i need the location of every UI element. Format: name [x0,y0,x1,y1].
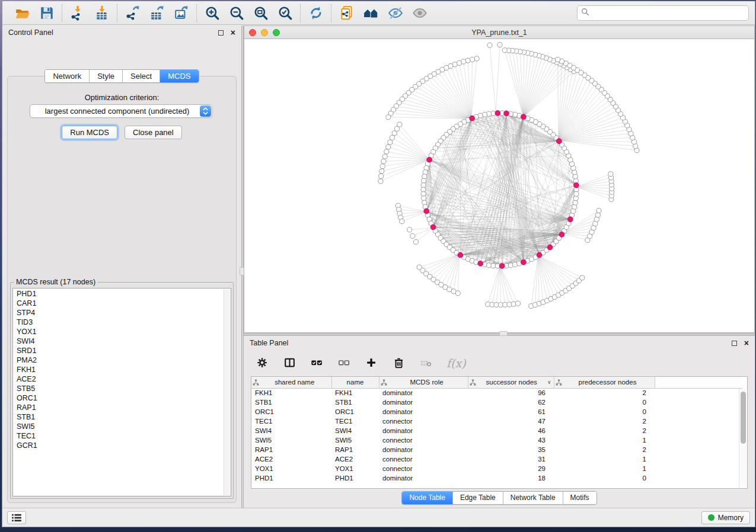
mcds-result-item[interactable]: SWI4 [13,336,231,346]
mcds-result-item[interactable]: GCR1 [13,441,231,450]
mcds-result-list[interactable]: PHD1CAR1STP4TID3YOX1SWI4SRD1PMA2FKH1ACE2… [12,288,231,496]
tab-mcds[interactable]: MCDS [160,70,198,82]
network-node[interactable] [397,122,402,127]
mcds-node[interactable] [521,259,527,265]
mcds-node[interactable] [427,157,432,162]
refresh-icon[interactable] [308,5,324,21]
network-node[interactable] [422,196,426,201]
network-node[interactable] [380,164,385,169]
mcds-result-item[interactable]: FKH1 [13,365,231,374]
table-row[interactable]: YOX1YOX1connector291 [251,464,742,473]
mcds-result-item[interactable]: STB5 [13,384,231,393]
network-node[interactable] [378,179,383,184]
network-node[interactable] [574,191,579,196]
network-node[interactable] [470,57,474,62]
panel-list-button[interactable] [7,511,26,524]
save-icon[interactable] [39,5,55,21]
network-node[interactable] [465,58,470,63]
tab-select[interactable]: Select [123,70,160,82]
import-table-icon[interactable] [94,5,110,21]
network-node[interactable] [513,112,518,117]
open-icon[interactable] [14,5,30,21]
table-row[interactable]: TEC1TEC1connector472 [251,416,742,426]
column-header-shared-name[interactable]: shared name [251,377,331,388]
close-table-panel-icon[interactable]: × [744,339,749,347]
network-overview-icon[interactable] [363,5,379,21]
network-node[interactable] [390,135,394,140]
mcds-node[interactable] [557,139,562,144]
table-row[interactable]: RAP1RAP1dominator352 [251,445,742,454]
mcds-result-item[interactable]: CAR1 [13,299,231,308]
mcds-result-item[interactable]: TEC1 [13,431,231,441]
float-panel-icon[interactable] [218,30,224,36]
mcds-result-item[interactable]: ACE2 [13,374,231,384]
network-node[interactable] [394,126,399,131]
network-node[interactable] [382,154,387,159]
mcds-result-item[interactable]: YOX1 [13,327,231,336]
tab-network-table[interactable]: Network Table [503,492,563,504]
network-node[interactable] [515,301,520,306]
float-table-panel-icon[interactable] [732,341,737,346]
mcds-result-item[interactable]: RAP1 [13,403,231,412]
network-node[interactable] [413,239,418,244]
network-node[interactable] [379,174,384,178]
mcds-result-item[interactable]: ORC1 [13,393,231,403]
table-row[interactable]: PHD1PHD1dominator180 [251,473,742,483]
table-scrollbar-thumb[interactable] [741,392,746,444]
tab-node-table[interactable]: Node Table [402,492,453,504]
network-node[interactable] [608,172,613,177]
mcds-node[interactable] [547,245,553,250]
table-row[interactable]: STB1STB1dominator620 [251,398,742,407]
network-node[interactable] [388,140,393,145]
zoom-in-icon[interactable] [204,5,220,21]
table-row[interactable]: FKH1FKH1dominator962 [251,388,742,398]
column-header-successor-nodes[interactable]: successor nodes∨ [468,377,554,388]
mcds-node[interactable] [478,261,483,266]
deselect-all-icon[interactable] [337,356,352,370]
optimization-criterion-dropdown[interactable]: largest connected component (undirected) [30,104,212,118]
mcds-node[interactable] [559,232,564,237]
mcds-result-item[interactable]: SWI5 [13,422,231,431]
network-node[interactable] [508,263,513,268]
network-node[interactable] [502,48,507,53]
export-image-icon[interactable] [173,5,189,21]
network-node[interactable] [573,200,578,205]
mcds-result-item[interactable]: PHD1 [13,289,231,299]
export-web-icon[interactable] [339,5,355,21]
network-node[interactable] [400,219,404,224]
mcds-result-item[interactable]: TID3 [13,318,231,327]
mcds-node[interactable] [424,209,429,214]
network-node[interactable] [386,115,391,120]
search-input[interactable] [592,9,745,17]
network-node[interactable] [474,56,479,61]
import-network-icon[interactable] [69,5,85,21]
hide-selected-icon[interactable] [387,5,403,21]
network-node[interactable] [556,57,560,62]
network-node[interactable] [487,43,492,47]
close-panel-icon[interactable]: × [231,28,235,37]
network-node[interactable] [422,178,426,183]
column-header-MCDS-role[interactable]: MCDS role [379,377,468,388]
network-node[interactable] [455,291,460,296]
network-node[interactable] [386,145,391,149]
mcds-list-scrollbar[interactable] [224,289,230,495]
run-mcds-button[interactable]: Run MCDS [62,126,117,139]
settings-icon[interactable] [256,356,270,370]
network-node[interactable] [573,196,578,201]
zoom-fit-icon[interactable] [253,5,269,21]
column-header-predecessor-nodes[interactable]: predecessor nodes [554,377,655,388]
network-node[interactable] [595,213,600,217]
network-node[interactable] [384,149,389,154]
network-node[interactable] [487,263,492,268]
table-scrollbar[interactable] [739,389,747,488]
network-node[interactable] [487,111,492,116]
close-panel-button[interactable]: Close panel [125,126,182,139]
network-node[interactable] [410,233,415,238]
network-node[interactable] [594,217,599,222]
mcds-node[interactable] [499,264,505,269]
zoom-selected-icon[interactable] [277,5,293,21]
mcds-node[interactable] [504,111,509,116]
network-node[interactable] [392,131,397,136]
network-node[interactable] [497,43,502,47]
network-graph[interactable] [244,39,754,332]
